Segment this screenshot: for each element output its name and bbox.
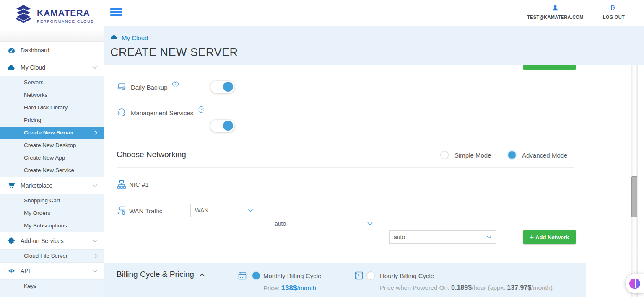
sidebar-item-my-subscriptions[interactable]: My Subscriptions bbox=[0, 220, 104, 232]
management-services-toggle[interactable] bbox=[210, 119, 235, 132]
sidebar-item-documentation[interactable]: Documentation bbox=[0, 292, 104, 297]
simple-mode-radio[interactable] bbox=[440, 151, 449, 159]
breadcrumb[interactable]: My Cloud bbox=[110, 26, 148, 43]
sidebar-item-networks[interactable]: Networks bbox=[0, 89, 104, 101]
chevron-down-icon bbox=[486, 235, 492, 239]
sidebar-item-hard-disk-library[interactable]: Hard Disk Library bbox=[0, 101, 104, 114]
breadcrumb-label: My Cloud bbox=[122, 34, 148, 41]
simple-mode-label: Simple Mode bbox=[454, 152, 491, 159]
sidebar-item-create-new-server[interactable]: Create New Server bbox=[0, 127, 104, 139]
app-window: KAMATERA PERFORMANCE CLOUD Dashboard My … bbox=[0, 0, 644, 297]
marketplace-submenu: Shopping Cart My Orders My Subscriptions bbox=[0, 194, 104, 232]
content: Daily Backup ? Management Services ? Cho… bbox=[104, 65, 644, 297]
page-title: CREATE NEW SERVER bbox=[110, 46, 644, 59]
calendar-icon bbox=[237, 271, 247, 282]
backup-icon bbox=[117, 81, 127, 93]
cutoff-green-button[interactable] bbox=[523, 65, 576, 70]
logout-label: LOG OUT bbox=[603, 15, 625, 20]
sidebar-item-label: Add-on Services bbox=[21, 238, 64, 244]
daily-backup-label: Daily Backup bbox=[131, 84, 168, 91]
headset-icon bbox=[117, 107, 127, 119]
sidebar: KAMATERA PERFORMANCE CLOUD Dashboard My … bbox=[0, 0, 104, 297]
chevron-down-icon bbox=[367, 222, 373, 225]
cart-icon bbox=[6, 181, 17, 190]
sidebar-item-label: Dashboard bbox=[21, 47, 49, 54]
sidebar-item-label: API bbox=[21, 268, 30, 274]
monthly-billing-radio[interactable] bbox=[252, 271, 260, 280]
management-services-label: Management Services bbox=[131, 109, 193, 116]
chevron-down-icon bbox=[92, 239, 98, 243]
chevron-down-icon bbox=[92, 269, 98, 273]
sidebar-item-api[interactable]: </> API bbox=[0, 263, 104, 279]
chevron-right-icon bbox=[94, 131, 97, 135]
wan-traffic-label: WAN Traffic bbox=[129, 207, 162, 214]
hourly-billing-label: Hourly Billing Cycle bbox=[380, 272, 434, 279]
kamatera-logo-icon bbox=[14, 4, 33, 27]
sidebar-item-label: Marketplace bbox=[21, 182, 52, 189]
page-header: My Cloud CREATE NEW SERVER bbox=[104, 26, 644, 65]
hamburger-menu-icon[interactable] bbox=[110, 8, 122, 17]
networking-heading: Choose Networking bbox=[117, 150, 186, 159]
sidebar-spacer bbox=[0, 31, 104, 42]
divider bbox=[117, 143, 574, 143]
scrollbar-thumb[interactable] bbox=[631, 176, 637, 217]
divider bbox=[117, 167, 574, 168]
nic-type-select[interactable]: WAN bbox=[190, 204, 257, 217]
nic-icon bbox=[117, 179, 127, 191]
sidebar-item-marketplace[interactable]: Marketplace bbox=[0, 177, 104, 194]
wan-traffic-icon bbox=[117, 206, 127, 217]
addon-submenu: Cloud File Server bbox=[0, 249, 104, 263]
sidebar-item-dashboard[interactable]: Dashboard bbox=[0, 42, 104, 59]
brand-logo[interactable]: KAMATERA PERFORMANCE CLOUD bbox=[0, 0, 104, 31]
sidebar-item-servers[interactable]: Servers bbox=[0, 76, 104, 89]
assistant-pill-button[interactable] bbox=[626, 274, 644, 293]
cloud-icon bbox=[110, 33, 118, 43]
advanced-mode-radio[interactable] bbox=[508, 151, 516, 159]
billing-heading[interactable]: Billing Cycle & Pricing bbox=[117, 270, 205, 279]
brand-tagline: PERFORMANCE CLOUD bbox=[37, 19, 94, 23]
add-network-button[interactable]: + Add Network bbox=[523, 230, 576, 244]
chevron-down-icon bbox=[248, 209, 253, 212]
help-icon[interactable]: ? bbox=[172, 81, 179, 87]
nic-network-select[interactable]: auto bbox=[270, 217, 377, 230]
logout-icon bbox=[610, 4, 617, 13]
sidebar-item-my-orders[interactable]: My Orders bbox=[0, 207, 104, 220]
sidebar-item-create-new-app[interactable]: Create New App bbox=[0, 152, 104, 164]
sidebar-item-cloud-file-server[interactable]: Cloud File Server bbox=[0, 250, 104, 262]
sidebar-item-label: My Cloud bbox=[21, 64, 45, 71]
chevron-right-icon bbox=[94, 254, 97, 258]
cloud-icon bbox=[6, 63, 17, 72]
topbar: TEST@KAMATERA.COM LOG OUT bbox=[104, 0, 644, 26]
puzzle-icon bbox=[6, 237, 17, 245]
code-icon: </> bbox=[6, 268, 17, 274]
sidebar-item-my-cloud[interactable]: My Cloud bbox=[0, 59, 104, 76]
plus-icon: + bbox=[530, 233, 534, 241]
chevron-up-icon bbox=[199, 270, 205, 279]
sidebar-item-keys[interactable]: Keys bbox=[0, 280, 104, 292]
monthly-price: Price: 138$/month bbox=[263, 284, 316, 292]
clock-icon bbox=[354, 271, 364, 282]
sidebar-item-shopping-cart[interactable]: Shopping Cart bbox=[0, 194, 104, 207]
sidebar-item-pricing[interactable]: Pricing bbox=[0, 114, 104, 127]
user-icon bbox=[552, 4, 559, 13]
sidebar-item-create-new-desktop[interactable]: Create New Desktop bbox=[0, 139, 104, 152]
scrollbar-track[interactable] bbox=[631, 65, 638, 297]
brain-icon bbox=[629, 279, 640, 289]
user-account-button[interactable]: TEST@KAMATERA.COM bbox=[527, 4, 584, 20]
user-email: TEST@KAMATERA.COM bbox=[527, 15, 584, 20]
advanced-mode-label: Advanced Mode bbox=[522, 152, 567, 159]
daily-backup-toggle[interactable] bbox=[210, 80, 235, 93]
dashboard-icon bbox=[6, 46, 17, 55]
sidebar-item-addon-services[interactable]: Add-on Services bbox=[0, 232, 104, 249]
nic-ip-select[interactable]: auto bbox=[389, 230, 496, 244]
hourly-price: Price when Powered On: 0.189$/hour (appx… bbox=[380, 284, 553, 292]
monthly-billing-label: Monthly Billing Cycle bbox=[263, 272, 321, 279]
api-submenu: Keys Documentation bbox=[0, 279, 104, 297]
logout-button[interactable]: LOG OUT bbox=[603, 4, 625, 20]
sidebar-item-create-new-service[interactable]: Create New Service bbox=[0, 164, 104, 177]
hourly-billing-radio[interactable] bbox=[366, 271, 375, 280]
billing-section: Billing Cycle & Pricing Monthly Billing … bbox=[104, 263, 586, 297]
help-icon[interactable]: ? bbox=[198, 106, 204, 113]
main-region: TEST@KAMATERA.COM LOG OUT My Cloud CREAT… bbox=[104, 0, 644, 297]
my-cloud-submenu: Servers Networks Hard Disk Library Prici… bbox=[0, 76, 104, 177]
